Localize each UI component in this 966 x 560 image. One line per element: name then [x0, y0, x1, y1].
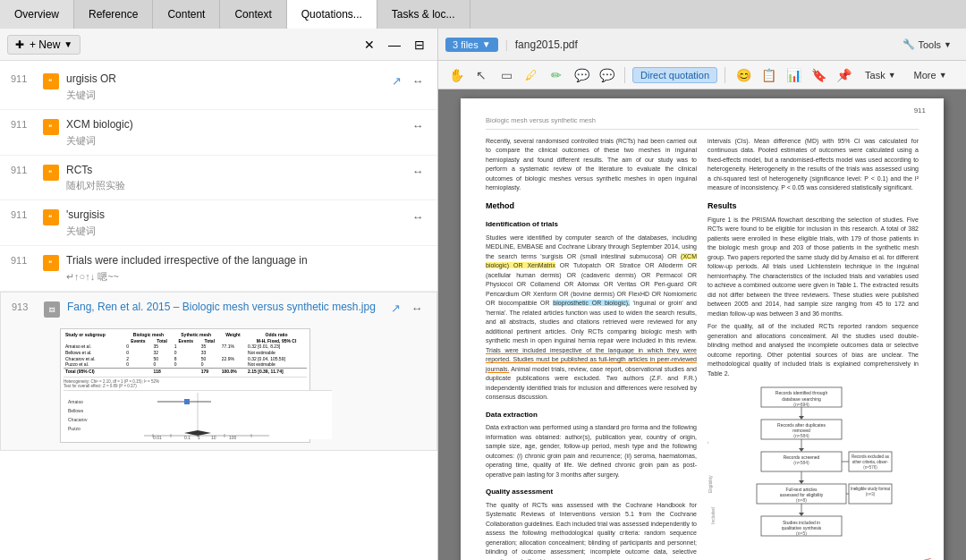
svg-text:❝: ❝: [48, 78, 52, 86]
tab-reference[interactable]: Reference: [74, 0, 153, 29]
data-extraction-title: Data extraction: [486, 410, 697, 420]
quote-icon: ❝: [43, 73, 59, 89]
files-dropdown[interactable]: 3 files ▼: [445, 38, 498, 52]
comment2-icon[interactable]: 💬: [596, 64, 617, 86]
identification-title: Identification of trials: [486, 219, 697, 230]
dropdown-arrow-icon: ▼: [482, 39, 491, 49]
tab-quotations[interactable]: Quotations...: [287, 0, 377, 29]
quote-icon: ❝: [43, 209, 59, 225]
svg-text:Amaiso: Amaiso: [68, 399, 83, 404]
svg-text:Records identified through: Records identified through: [775, 390, 828, 395]
svg-marker-64: [799, 513, 804, 516]
link-icon[interactable]: ↔: [408, 300, 426, 318]
minimize-icon[interactable]: —: [384, 34, 405, 55]
link-icon[interactable]: ↔: [409, 72, 427, 89]
goto-arrow-icon[interactable]: ↗: [387, 72, 405, 89]
svg-text:(n=3): (n=3): [866, 492, 876, 496]
emoji5-icon[interactable]: 📌: [833, 64, 854, 86]
image-icon: 🖼: [44, 301, 60, 318]
svg-text:Records excluded as: Records excluded as: [852, 454, 890, 459]
method-text: Studies were identified by computer sear…: [486, 233, 697, 403]
svg-text:Screening: Screening: [708, 442, 708, 462]
emoji4-icon[interactable]: 🔖: [808, 64, 829, 86]
left-panel: ✚ + New ▼ ✕ — ⊟ 911 ❝ urgisis OR 关键词: [0, 29, 438, 560]
new-button[interactable]: ✚ + New ▼: [7, 35, 80, 55]
more-button[interactable]: More ▼: [907, 67, 954, 83]
item-subtitle: ↵↑○↑↓ 嗯~~: [66, 270, 419, 284]
link-icon[interactable]: ↔: [409, 163, 427, 181]
svg-text:❝: ❝: [48, 123, 52, 132]
quality-text: The quality of RCTs was assessed with th…: [486, 501, 697, 560]
item-actions: ↗ ↔: [386, 300, 426, 318]
item-subtitle: 关键词: [66, 225, 402, 238]
list-item: 911 ❝ urgisis OR 关键词 ↗ ↔: [0, 64, 437, 110]
link-icon[interactable]: ↔: [409, 117, 427, 135]
list-item: 911 ❝ XCM biologic) 关键词 ↔: [0, 110, 437, 156]
method-section-title: Method: [486, 200, 697, 212]
item-title: Trials were included irrespective of the…: [66, 253, 419, 268]
item-title: RCTs: [66, 163, 402, 178]
svg-text:(n=576): (n=576): [863, 465, 877, 470]
filter-icon[interactable]: ⊟: [409, 34, 430, 55]
emoji3-icon[interactable]: 📊: [783, 64, 804, 86]
direct-quotation-button[interactable]: Direct quotation: [632, 67, 717, 83]
right-panel: 3 files ▼ | fang2015.pdf 🔧 Tools ▼ ✋ ↖ ▭…: [438, 29, 966, 560]
forest-plot-image: Study or subgroup Biologic mesh Sythetic…: [60, 328, 346, 443]
tools-icon: 🔧: [902, 38, 915, 50]
emoji1-icon[interactable]: 😊: [733, 64, 754, 86]
pan-tool-icon[interactable]: ✋: [445, 64, 467, 86]
svg-text:Eligibility: Eligibility: [708, 475, 713, 493]
item-actions: ↔: [409, 117, 427, 135]
left-toolbar: ✚ + New ▼ ✕ — ⊟: [0, 29, 437, 61]
tab-bar: Overview Reference Content Context Quota…: [0, 0, 966, 29]
tab-content[interactable]: Content: [153, 0, 220, 29]
annotation-toolbar: ✋ ↖ ▭ 🖊 ✏ 💬 💬 Direct quotation 😊 📋 📊 🔖 📌…: [438, 61, 966, 89]
svg-text:(n=584): (n=584): [793, 460, 809, 465]
item-actions: ↔: [409, 208, 427, 225]
list-item: 911 ❝ Trials were included irrespective …: [0, 246, 437, 292]
item-number: 911: [11, 208, 36, 220]
cursor-icon[interactable]: ↖: [470, 64, 492, 86]
item-content: urgisis OR 关键词: [66, 72, 380, 102]
quote-icon: ❝: [43, 165, 59, 181]
tab-overview[interactable]: Overview: [0, 0, 74, 29]
item-subtitle: 随机对照实验: [66, 179, 402, 192]
item-content: 'surgisis 关键词: [66, 208, 402, 238]
highlight-icon[interactable]: 🖊: [521, 64, 542, 86]
pdf-intro: Recently, several randomised controlled …: [486, 137, 697, 193]
emoji2-icon[interactable]: 📋: [758, 64, 779, 86]
item-subtitle: 关键词: [66, 134, 402, 148]
svg-text:❝: ❝: [48, 259, 52, 267]
tab-context[interactable]: Context: [220, 0, 286, 29]
list-item: 913 🖼 Fang, Ren et al. 2015 – Biologic m…: [0, 292, 437, 451]
tab-tasks[interactable]: Tasks & loc...: [377, 0, 470, 29]
goto-arrow-icon[interactable]: ↗: [386, 300, 404, 318]
item-number: 911: [11, 117, 36, 130]
prisma-flowchart: Records identified through database sear…: [708, 386, 919, 547]
svg-text:Included: Included: [710, 507, 716, 524]
link-icon[interactable]: ↔: [409, 208, 427, 225]
quote-icon: ❝: [43, 255, 59, 271]
pdf-right-column: intervals (CIs). Mean difference (MD) wi…: [708, 137, 919, 560]
svg-text:Puzzo: Puzzo: [68, 426, 80, 431]
task-button[interactable]: Task ▼: [858, 67, 903, 83]
item-number: 911: [11, 163, 36, 175]
pdf-toolbar: 3 files ▼ | fang2015.pdf 🔧 Tools ▼: [438, 29, 966, 61]
item-number: 913: [12, 300, 37, 312]
item-actions: ↔: [409, 163, 427, 181]
comment-icon[interactable]: 💬: [571, 64, 592, 86]
quality-title: Quality assessment: [486, 487, 697, 497]
intervals-text: intervals (CIs). Mean difference (MD) wi…: [708, 137, 919, 193]
pdf-content[interactable]: 911 Biologic mesh versus synthetic mesh …: [438, 89, 966, 560]
area-select-icon[interactable]: ▭: [496, 64, 517, 86]
draw-icon[interactable]: ✏: [546, 64, 567, 86]
item-number: 911: [11, 253, 36, 266]
tools-button[interactable]: 🔧 Tools ▼: [895, 36, 959, 53]
page-number: 911: [914, 106, 926, 116]
close-filter-icon[interactable]: ✕: [359, 34, 380, 55]
item-actions: ↗ ↔: [387, 72, 427, 89]
svg-text:❝: ❝: [48, 214, 52, 222]
item-content: Trials were included irrespective of the…: [66, 253, 419, 284]
pdf-left-column: Recently, several randomised controlled …: [486, 137, 697, 560]
item-content: XCM biologic) 关键词: [66, 117, 402, 148]
